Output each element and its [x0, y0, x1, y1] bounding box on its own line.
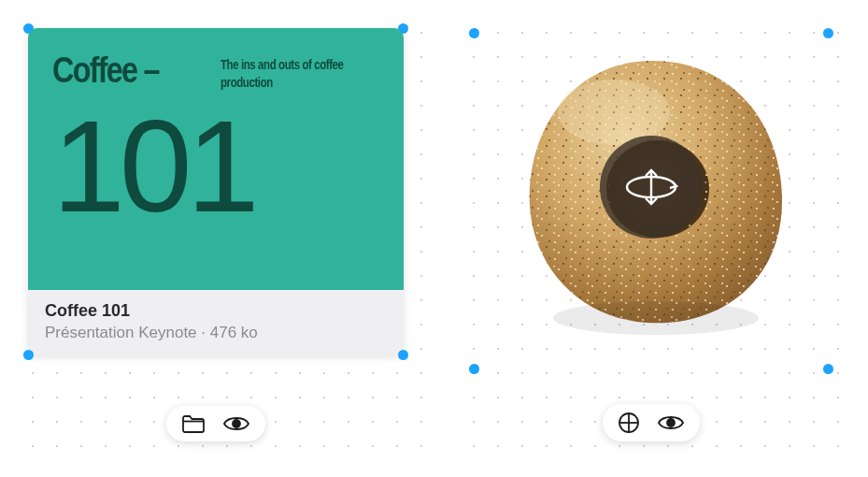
rotate-3d-icon: [621, 157, 681, 217]
slide-heading: Coffee –: [52, 51, 159, 92]
file-metadata: Coffee 101 Présentation Keynote · 476 ko: [28, 290, 404, 355]
selection-handle[interactable]: [823, 28, 833, 38]
canvas-panel-left: Coffee – The ins and outs of coffee prod…: [9, 9, 422, 468]
canvas-panel-right: [450, 9, 852, 468]
selection-handle[interactable]: [469, 28, 479, 38]
selection-handle[interactable]: [469, 364, 479, 374]
selection-handle[interactable]: [823, 364, 833, 374]
object-toolbar: [603, 404, 700, 441]
selection-handle[interactable]: [23, 350, 34, 360]
keynote-slide-thumbnail: Coffee – The ins and outs of coffee prod…: [28, 28, 404, 290]
rotate-3d-overlay[interactable]: [600, 136, 703, 238]
eye-icon[interactable]: [222, 413, 250, 434]
svg-point-1: [233, 420, 240, 427]
file-name: Coffee 101: [45, 301, 387, 321]
svg-point-15: [667, 419, 675, 426]
object-toolbar: [166, 406, 265, 441]
file-type-size: Présentation Keynote · 476 ko: [45, 324, 387, 342]
slide-subtitle: The ins and outs of coffee production: [221, 56, 350, 92]
bagel-3d-object[interactable]: [502, 37, 801, 337]
selection-handle[interactable]: [398, 350, 408, 360]
file-preview-card[interactable]: Coffee – The ins and outs of coffee prod…: [28, 28, 404, 355]
svg-point-10: [553, 301, 759, 335]
slide-big-number: 101: [52, 101, 379, 232]
eye-icon[interactable]: [657, 412, 685, 433]
globe-icon[interactable]: [618, 412, 640, 434]
folder-icon[interactable]: [181, 413, 206, 434]
